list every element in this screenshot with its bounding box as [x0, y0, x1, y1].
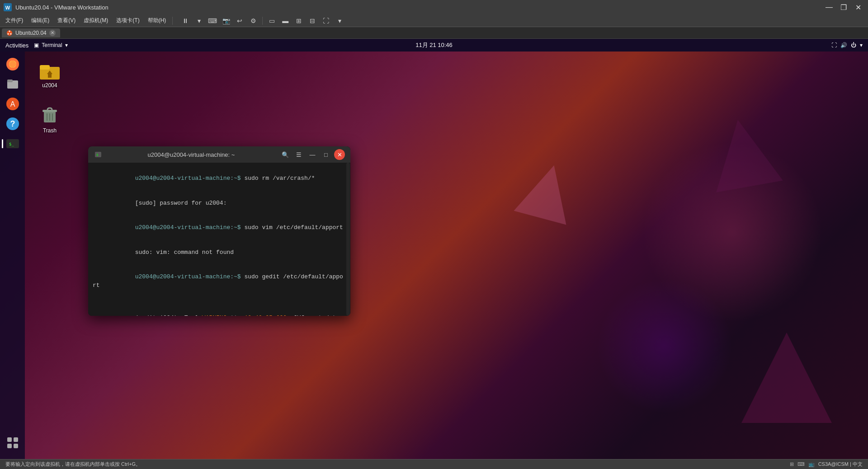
menu-view[interactable]: 查看(V) [54, 15, 79, 26]
vmware-window: W Ubuntu20.04 - VMware Workstation — ❐ ✕… [0, 0, 868, 469]
term-prompt-1: u2004@u2004-virtual-machine:~$ [135, 175, 245, 182]
menu-tabs[interactable]: 选项卡(T) [113, 15, 143, 26]
minimize-button[interactable]: — [823, 2, 835, 12]
term-line-4: sudo: vim: command not found [93, 240, 346, 265]
svg-rect-18 [7, 444, 12, 448]
toolbar-settings[interactable]: ⚙ [247, 15, 259, 26]
terminal-content[interactable]: u2004@u2004-virtual-machine:~$ sudo rm /… [88, 163, 350, 316]
toolbar-fullscreen-dropdown[interactable]: ▾ [333, 15, 346, 26]
term-cmd-1: sudo rm /var/crash/* [244, 175, 315, 182]
term-line-3: u2004@u2004-virtual-machine:~$ sudo vim … [93, 216, 346, 240]
term-line-2: [sudo] password for u2004: [93, 191, 346, 216]
toolbar: ⏸ ▾ ⌨ 📷 ↩ ⚙ ▭ ▬ ⊞ ⊟ ⛶ ▾ [179, 15, 346, 26]
systray-power-icon[interactable]: ⏻ [851, 42, 856, 48]
statusbar-right-text: CS3A@ICSM | 中文 [818, 461, 863, 468]
terminal-scrollbar[interactable] [346, 163, 350, 316]
toolbar-dropdown[interactable]: ▾ [193, 15, 205, 26]
main-area: Activities ▣ Terminal ▾ 11月 21 10:46 ⛶ 🔊… [0, 39, 868, 459]
menu-file[interactable]: 文件(F) [2, 15, 27, 26]
terminal-file-icon: $ [94, 150, 103, 159]
desktop-decoration-3 [741, 333, 832, 423]
term-warning-label: WARNING [202, 314, 227, 316]
svg-rect-16 [7, 437, 12, 442]
toolbar-pause[interactable]: ⏸ [179, 15, 192, 26]
toolbar-separator [262, 17, 263, 25]
menu-help[interactable]: 帮助(H) [144, 15, 170, 26]
statusbar-message: 要将输入定向到该虚拟机，请在虚拟机内部单击或按 Ctrl+G。 [5, 461, 141, 468]
dock-firefox[interactable] [4, 55, 22, 73]
title-bar: W Ubuntu20.04 - VMware Workstation — ❐ ✕ [0, 0, 868, 14]
term-cmd-3: sudo vim /etc/default/apport [244, 224, 343, 231]
tab-bar: Ubuntu20.04 ✕ [0, 27, 868, 39]
desktop-decoration-1 [514, 159, 580, 225]
svg-rect-19 [14, 444, 18, 448]
term-line-1: u2004@u2004-virtual-machine:~$ sudo rm /… [93, 166, 346, 191]
term-line-6: (gedit:1934): Tepl-WARNING **: 10:46:35.… [93, 306, 346, 316]
menu-bar: 文件(F) 编辑(E) 查看(V) 虚拟机(M) 选项卡(T) 帮助(H) ⏸ … [0, 14, 868, 27]
terminal-close-button[interactable]: ✕ [334, 149, 345, 160]
home-folder-icon [39, 59, 61, 80]
gnome-terminal-indicator[interactable]: ▣ Terminal ▾ [34, 42, 67, 48]
terminal-maximize-button[interactable]: □ [321, 149, 331, 160]
toolbar-send-ctrlaltdel[interactable]: ⌨ [206, 15, 219, 26]
svg-rect-17 [14, 437, 18, 442]
terminal-search-button[interactable]: 🔍 [280, 149, 291, 160]
toolbar-fullscreen[interactable]: ⛶ [320, 15, 332, 26]
term-line-blank [93, 298, 346, 306]
toolbar-zoom-out[interactable]: ⊟ [306, 15, 319, 26]
svg-text:$: $ [96, 153, 98, 157]
term-warning-mid: **: [226, 314, 244, 316]
desktop[interactable]: A ? $_ [0, 52, 868, 459]
statusbar-right: ⊞ ⌨ 📺 CS3A@ICSM | 中文 [790, 461, 863, 468]
ubuntu-tab-icon [6, 30, 13, 36]
desktop-icon-home[interactable]: u2004 [32, 56, 68, 91]
gnome-topbar: Activities ▣ Terminal ▾ 11月 21 10:46 ⛶ 🔊… [0, 39, 868, 52]
menu-separator [172, 17, 173, 25]
systray-volume-icon[interactable]: 🔊 [840, 42, 847, 48]
term-prompt-3: u2004@u2004-virtual-machine:~$ [135, 224, 245, 231]
terminal-indicator-label: Terminal [42, 42, 62, 48]
svg-text:W: W [5, 5, 10, 10]
dock-files[interactable] [4, 75, 22, 93]
terminal-minimize-button[interactable]: — [307, 149, 318, 160]
dock-help[interactable]: ? [4, 115, 22, 133]
desktop-icon-trash[interactable]: Trash [32, 101, 68, 136]
toolbar-snapshot[interactable]: 📷 [220, 15, 232, 26]
svg-text:?: ? [10, 119, 15, 128]
dock-terminal[interactable]: $_ [4, 135, 22, 153]
systray-dropdown[interactable]: ▾ [860, 42, 863, 48]
term-gedit-prefix: (gedit:1934): Tepl- [135, 314, 202, 316]
dock-show-apps[interactable] [4, 434, 22, 452]
terminal-menu-button[interactable]: ☰ [293, 149, 304, 160]
statusbar-network-icon[interactable]: ⊞ [790, 461, 794, 467]
terminal-indicator-arrow: ▾ [65, 42, 68, 48]
toolbar-single[interactable]: ▭ [265, 15, 278, 26]
tab-ubuntu2004[interactable]: Ubuntu20.04 ✕ [2, 28, 60, 38]
toolbar-zoom-in[interactable]: ⊞ [292, 15, 305, 26]
window-title: Ubuntu20.04 - VMware Workstation [15, 4, 819, 11]
desktop-decoration-2 [704, 114, 783, 192]
svg-point-5 [10, 33, 12, 34]
home-folder-label: u2004 [42, 82, 57, 89]
systray-network-icon[interactable]: ⛶ [831, 42, 837, 48]
close-button[interactable]: ✕ [852, 2, 864, 12]
tab-close-button[interactable]: ✕ [49, 30, 56, 36]
svg-rect-21 [40, 65, 50, 70]
toolbar-unity[interactable]: ▬ [279, 15, 292, 26]
terminal-controls: 🔍 ☰ — □ ✕ [280, 149, 345, 160]
toolbar-revert[interactable]: ↩ [233, 15, 246, 26]
gnome-activities-button[interactable]: Activities [5, 42, 28, 49]
statusbar-keyboard-icon[interactable]: ⌨ [797, 461, 805, 467]
term-line-5: u2004@u2004-virtual-machine:~$ sudo gedi… [93, 265, 346, 298]
restore-button[interactable]: ❐ [837, 2, 850, 12]
tab-label: Ubuntu20.04 [15, 30, 47, 36]
gnome-clock[interactable]: 11月 21 10:46 [415, 41, 453, 49]
vmware-icon: W [4, 3, 12, 11]
menu-edit[interactable]: 编辑(E) [28, 15, 53, 26]
statusbar-display-icon[interactable]: 📺 [808, 461, 815, 467]
vmware-statusbar: 要将输入定向到该虚拟机，请在虚拟机内部单击或按 Ctrl+G。 ⊞ ⌨ 📺 CS… [0, 459, 868, 469]
menu-vm[interactable]: 虚拟机(M) [80, 15, 112, 26]
dock-ubuntu-software[interactable]: A [4, 95, 22, 113]
trash-icon [39, 104, 61, 126]
svg-point-4 [8, 33, 9, 34]
